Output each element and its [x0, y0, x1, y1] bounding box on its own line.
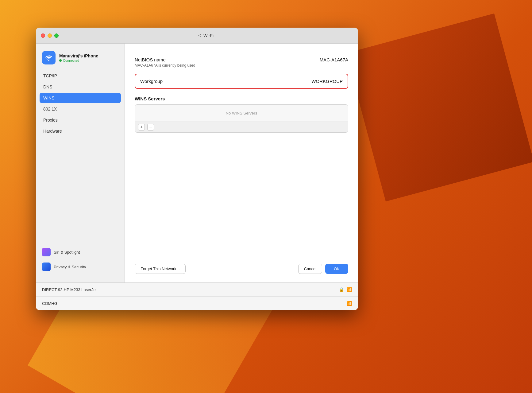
btn-group: Cancel OK — [298, 264, 348, 274]
network-name: Manuviraj's iPhone — [59, 53, 98, 59]
network-header: Manuviraj's iPhone Connected — [36, 49, 125, 71]
window-body: Manuviraj's iPhone Connected TCP/IP DNS … — [36, 44, 358, 282]
sidebar-item-siri[interactable]: Siri & Spotlight — [40, 245, 121, 259]
workgroup-label: Workgroup — [140, 79, 163, 84]
main-content: NetBIOS name MAC-A1A67A is currently bei… — [125, 44, 358, 282]
siri-label: Siri & Spotlight — [54, 250, 80, 255]
window-title: Wi-Fi — [203, 33, 214, 38]
title-bar-center: < Wi-Fi — [59, 33, 353, 38]
wins-list-empty: No WINS Servers — [135, 105, 348, 122]
network-icons-2: 📶 — [347, 301, 352, 306]
network-icons-1: 🔒 📶 — [339, 287, 352, 292]
wins-list-container: No WINS Servers + − — [135, 104, 348, 133]
network-list-item-2[interactable]: COMHG 📶 — [36, 297, 358, 310]
netbios-value: MAC-A1A67A — [320, 57, 348, 62]
mac-window: < Wi-Fi Manuviraj's iPhone Connected — [36, 28, 358, 310]
forget-network-button[interactable]: Forget This Network... — [135, 264, 186, 274]
add-wins-server-button[interactable]: + — [138, 124, 145, 130]
workgroup-row[interactable]: Workgroup WORKGROUP — [135, 74, 348, 89]
wins-section: WINS Servers No WINS Servers + − — [135, 96, 348, 256]
sidebar: Manuviraj's iPhone Connected TCP/IP DNS … — [36, 44, 125, 282]
sidebar-nav: TCP/IP DNS WINS 802.1X Proxies Hardware — [36, 71, 125, 136]
network-name-2: COMHG — [42, 301, 57, 306]
connected-status: Connected — [59, 59, 98, 62]
wins-list-controls: + − — [135, 122, 348, 132]
wifi-signal-icon-2: 📶 — [347, 301, 352, 306]
sidebar-item-wins[interactable]: WINS — [40, 93, 121, 103]
siri-icon — [42, 248, 51, 256]
sidebar-item-hardware[interactable]: Hardware — [40, 126, 121, 136]
privacy-label: Privacy & Security — [54, 265, 86, 269]
maximize-button[interactable] — [54, 33, 59, 38]
ok-button[interactable]: OK — [325, 264, 348, 274]
bottom-network-list: DIRECT-92-HP M233 LaserJet 🔒 📶 COMHG 📶 — [36, 282, 358, 310]
traffic-lights — [41, 33, 59, 38]
netbios-label-group: NetBIOS name MAC-A1A67A is currently bei… — [135, 57, 195, 68]
remove-wins-server-button[interactable]: − — [147, 124, 154, 130]
sidebar-item-8021x[interactable]: 802.1X — [40, 104, 121, 114]
netbios-row: NetBIOS name MAC-A1A67A is currently bei… — [135, 53, 348, 69]
netbios-label: NetBIOS name — [135, 57, 195, 62]
sidebar-item-proxies[interactable]: Proxies — [40, 115, 121, 125]
bottom-actions: Forget This Network... Cancel OK — [135, 256, 348, 282]
workgroup-value: WORKGROUP — [311, 79, 343, 84]
back-button[interactable]: < — [198, 33, 201, 38]
close-button[interactable] — [41, 33, 45, 38]
network-name-1: DIRECT-92-HP M233 LaserJet — [42, 287, 97, 292]
lock-icon-1: 🔒 — [339, 287, 344, 292]
network-icon-bg — [42, 51, 56, 64]
sidebar-bottom: Siri & Spotlight Privacy & Security — [36, 241, 125, 274]
privacy-icon — [42, 263, 51, 271]
cancel-button[interactable]: Cancel — [298, 264, 322, 274]
network-list-item-1[interactable]: DIRECT-92-HP M233 LaserJet 🔒 📶 — [36, 283, 358, 297]
wifi-signal-icon-1: 📶 — [347, 287, 352, 292]
wins-title: WINS Servers — [135, 96, 348, 101]
sidebar-item-tcpip[interactable]: TCP/IP — [40, 71, 121, 81]
netbios-section: NetBIOS name MAC-A1A67A is currently bei… — [135, 53, 348, 69]
title-bar: < Wi-Fi — [36, 28, 358, 44]
minimize-button[interactable] — [48, 33, 52, 38]
wifi-icon — [45, 54, 53, 62]
status-dot — [59, 59, 62, 62]
netbios-sublabel: MAC-A1A67A is currently being used — [135, 63, 195, 68]
sidebar-item-dns[interactable]: DNS — [40, 82, 121, 92]
network-info: Manuviraj's iPhone Connected — [59, 53, 98, 62]
sidebar-item-privacy[interactable]: Privacy & Security — [40, 259, 121, 274]
